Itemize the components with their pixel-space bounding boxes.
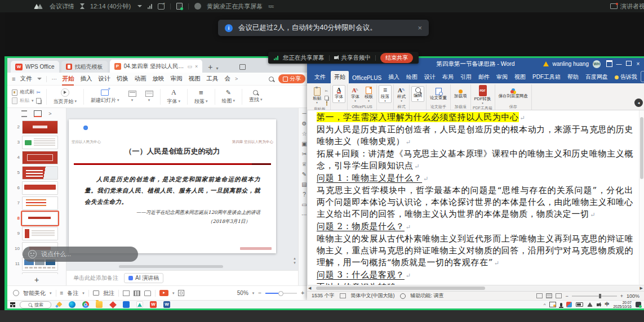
current-slide[interactable]: 坚持以人民为中心 第四章 坚持以人民为中心 （一）人民是创造历史的动力 人民是历… (69, 119, 276, 253)
language-status[interactable]: 简体中文(中国大陆) (351, 292, 395, 299)
paragraph-menu-button[interactable]: 段落▾ (190, 88, 212, 105)
font-menu-button[interactable]: 字体▾ (163, 88, 185, 105)
ribbon-样式[interactable]: 样式▾ (396, 86, 407, 102)
help-icon[interactable]: ? (303, 192, 306, 198)
settings-icon[interactable]: ⚙ (302, 121, 307, 127)
proofing-icon[interactable] (340, 293, 346, 298)
minimize-button[interactable]: — (614, 61, 624, 67)
word-horizontal-scrollbar[interactable]: ◀ ▶ (307, 285, 644, 291)
meeting-notes-icon[interactable] (176, 3, 183, 10)
emoji-icon[interactable] (28, 250, 37, 258)
word-share-button[interactable]: 共享 (641, 71, 644, 82)
accessibility-status[interactable]: 辅助功能: 调查 (411, 292, 444, 299)
hidden-icons-icon[interactable]: ^ (544, 302, 546, 307)
taskbar-app-explorer[interactable] (95, 301, 103, 308)
file-menu-dropdown-icon[interactable] (37, 78, 42, 80)
read-mode-icon[interactable] (536, 293, 543, 298)
wps-home-tab[interactable]: W WPS Office (11, 61, 59, 73)
ribbon-字体[interactable]: 字体▾ (332, 85, 345, 103)
slide-horizontal-scrollbar[interactable] (87, 265, 267, 268)
paragraph[interactable]: 问题 1：唯物主义是什么？↵ (317, 172, 633, 185)
toast-close-button[interactable]: × (418, 24, 422, 32)
presenter-view-control[interactable]: 演讲者视图 (610, 0, 644, 12)
open-window-icon[interactable] (158, 3, 165, 10)
meeting-chat-overlay[interactable]: 说点什么... (23, 247, 138, 262)
ribbon-字体[interactable]: 字体▾ (349, 86, 361, 102)
taskbar-app-wps[interactable] (149, 301, 157, 308)
ime-icon[interactable]: 中 (605, 302, 609, 307)
ribbon-collapse-button[interactable]: ◂ (634, 99, 643, 107)
wps-document-tab[interactable]: P 04.第四章 坚持以人民为... ▭ × (110, 60, 203, 73)
web-layout-icon[interactable] (556, 293, 562, 298)
scroll-left-icon[interactable]: ◀ (308, 286, 311, 290)
close-button[interactable]: × (633, 61, 643, 67)
slide-thumbnail[interactable] (22, 212, 58, 225)
wps-menu-item-8[interactable]: 工具 (206, 75, 218, 83)
format-painter-label[interactable]: 格式刷 (20, 89, 34, 96)
microphone-icon[interactable] (560, 303, 562, 307)
zoom-level[interactable]: 50% (237, 290, 248, 296)
ribbon-保存到百度网盘[interactable]: 保存到百度网盘 (497, 90, 530, 99)
slide-layout-button[interactable]: ▾ (125, 91, 140, 102)
paragraph[interactable]: 唯物主义的发展从古代朴素唯物主义到近代形而上学唯物主义再到马克思的辩证唯物主义，… (317, 233, 633, 269)
wps-menu-item-9[interactable]: 会 (224, 75, 230, 83)
word-tab-开始[interactable]: 开始 (331, 71, 349, 83)
word-zoom-out-button[interactable]: − (565, 293, 568, 299)
wps-menu-item-2[interactable]: 设计 (98, 75, 110, 83)
account-name[interactable]: wanling huang (553, 61, 589, 67)
slide-title[interactable]: （一）人民是创造历史的动力 (69, 146, 276, 156)
ribbon-段落[interactable]: 段落▾ (379, 85, 392, 103)
slide-thumbnail[interactable] (22, 227, 58, 240)
ribbon-粘贴[interactable]: 粘贴▾ (311, 87, 323, 104)
slide-thumbnail[interactable] (22, 136, 58, 149)
slide-thumbnail[interactable] (22, 120, 58, 134)
scroll-right-icon[interactable]: ▶ (640, 286, 643, 290)
ribbon-编辑[interactable]: 编辑▾ (411, 86, 424, 102)
account-avatar[interactable]: WH (593, 60, 601, 68)
ribbon-加载项[interactable]: 加载项 (452, 89, 469, 99)
taskbar-clock[interactable]: 20:07 2025/10/16 (613, 301, 632, 308)
slide-nav-arrows[interactable]: ▲▼ (293, 257, 296, 265)
notes-dropdown-icon[interactable]: ▾ (82, 291, 85, 296)
play-from-current-button[interactable]: 当页开始▾ (50, 88, 81, 105)
paste-dropdown-icon[interactable]: ▾ (32, 99, 34, 103)
wps-docer-tab[interactable]: 找稻壳模板 (61, 61, 108, 73)
meeting-details-button[interactable]: 会议详情 (50, 2, 74, 11)
wps-file-menu[interactable]: 文件 (20, 75, 32, 83)
zoom-out-button[interactable]: − (258, 290, 261, 296)
copy-icon[interactable] (36, 98, 41, 104)
zoom-in-button[interactable]: + (301, 290, 304, 296)
word-tab-布局[interactable]: 布局 (439, 71, 457, 83)
tab-session-icon[interactable]: ▭ (188, 64, 193, 69)
crown-icon[interactable]: ♕ (302, 162, 307, 167)
warning-icon[interactable] (543, 61, 549, 66)
paragraph[interactable]: 拓展+回顾：讲清楚《马克思主义基本原理》课程中的唯物主义和历史唯物主义概念，引导… (317, 148, 633, 172)
notes-toggle-icon[interactable] (60, 290, 64, 296)
wps-share-button[interactable]: 分享 (278, 74, 305, 83)
comments-icon[interactable] (93, 290, 99, 296)
paragraph[interactable]: 问题 3：什么是客观？↵ (317, 269, 633, 281)
menu-more-chevron-icon[interactable]: > (235, 76, 238, 82)
word-count[interactable]: 1535 个字 (312, 292, 335, 299)
word-document-area[interactable]: 第一，学生需深入理解为什么必须坚持以人民为中心↵因为人民是历史真正的创造者，人民… (307, 110, 644, 285)
paragraph[interactable]: 问题 2：物质是什么？↵ (317, 221, 633, 233)
paragraph[interactable]: 马克思主义哲学模块中，哲学最基本的问题是“思维与存在的关系问题”，分化出两个问题… (317, 185, 633, 221)
taskbar-app-edge[interactable] (68, 301, 76, 308)
collapse-panel-icon[interactable]: > (48, 111, 51, 117)
timer-dropdown-icon[interactable] (137, 5, 142, 7)
ribbon-论文查重[interactable]: 论文查重 (428, 87, 448, 101)
reader-icon[interactable]: ▤ (301, 182, 307, 187)
paragraph[interactable]: 因为人民是历史真正的创造者，人民是创造历史的根本动力，来源于马克思的历史唯物主义… (317, 124, 633, 148)
word-zoom-slider[interactable] (572, 296, 617, 297)
taskbar-app-meeting[interactable] (136, 301, 144, 308)
word-tab-绘图[interactable]: 绘图 (403, 71, 421, 83)
paste-icon[interactable] (12, 97, 17, 104)
more-icon[interactable]: ⋯ (301, 212, 307, 218)
wps-menu-item-5[interactable]: 放映 (152, 75, 164, 83)
wps-menu-item-1[interactable]: 插入 (80, 75, 92, 83)
wps-menu-item-7[interactable]: 视图 (188, 75, 200, 83)
section-button[interactable]: ▾ (141, 91, 157, 102)
word-tab-百度网盘[interactable]: 百度网盘 (582, 71, 611, 83)
add-slide-button[interactable]: + (7, 274, 66, 285)
taskbar-search-box[interactable]: 搜索 (20, 301, 51, 308)
